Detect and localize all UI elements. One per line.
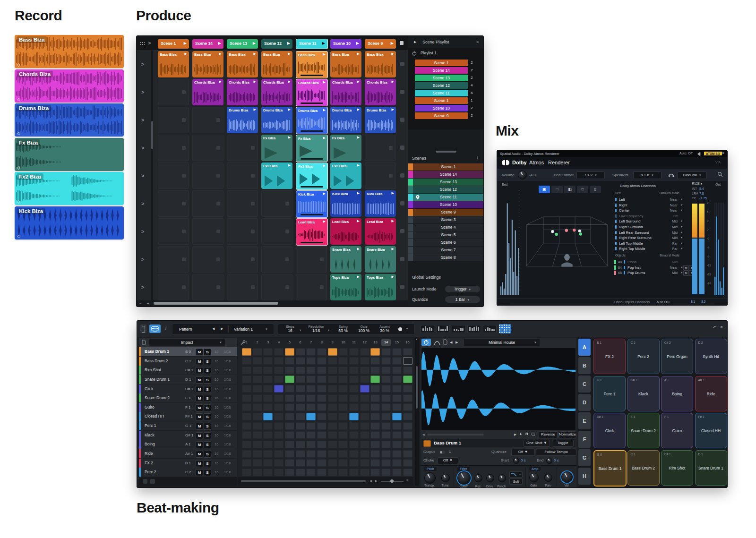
step-cell[interactable]	[349, 357, 359, 365]
scroll-right-icon[interactable]: ▶	[375, 479, 378, 482]
swing-param[interactable]: Swing63 %	[334, 325, 352, 333]
track-solo-button[interactable]: S	[204, 441, 211, 448]
empty-clip-slot[interactable]	[158, 246, 189, 273]
playlist-entry[interactable]: Scene 14	[415, 67, 468, 74]
empty-clip-slot[interactable]	[227, 162, 258, 189]
scene-list-item[interactable]: Scene 7	[408, 247, 484, 254]
close-icon[interactable]: ×	[722, 151, 724, 155]
step-cell[interactable]	[328, 459, 337, 467]
clip-tile[interactable]: Drums Biza▶	[261, 107, 292, 133]
track-solo-button[interactable]: S	[204, 432, 211, 439]
step-cell[interactable]	[263, 403, 273, 411]
step-cell[interactable]	[274, 376, 284, 383]
grid-menu-icon[interactable]: ≡	[406, 478, 409, 483]
sample-waveform-display[interactable]	[421, 348, 576, 430]
step-cell[interactable]	[296, 367, 305, 374]
step-cell[interactable]	[328, 385, 337, 393]
track-mute-button[interactable]: M	[196, 451, 203, 458]
step-cell[interactable]	[317, 413, 326, 420]
expand-icon[interactable]: ↗	[713, 325, 716, 329]
step-cell[interactable]	[263, 348, 273, 356]
step-cell[interactable]	[317, 357, 326, 365]
grid-hscrollbar[interactable]	[241, 480, 366, 482]
bed-channel-row[interactable]: Low FrequencyOff	[614, 213, 689, 219]
tune-knob[interactable]	[441, 474, 450, 482]
wave-scrollbar[interactable]	[427, 434, 484, 436]
scene-stop-button[interactable]	[400, 257, 404, 261]
clip-tile[interactable]: Lead Biza▶	[296, 218, 328, 246]
step-cell[interactable]	[296, 376, 305, 383]
step-cell[interactable]	[349, 441, 359, 448]
clip-tile[interactable]: Bass Biza▶	[330, 51, 361, 77]
step-cell[interactable]	[253, 394, 262, 402]
clip-tile[interactable]: Tops Biza▶	[365, 274, 396, 300]
step-cell[interactable]	[296, 403, 305, 411]
step-cell[interactable]	[253, 403, 262, 411]
scene-header-button[interactable]: Scene 13▶	[227, 39, 258, 49]
step-cell[interactable]	[381, 367, 391, 374]
step-cell[interactable]	[306, 459, 316, 467]
step-cell[interactable]	[381, 394, 391, 402]
mode-caret-icon[interactable]: ▼	[680, 203, 683, 208]
scene-list-item[interactable]: Scene 4	[408, 224, 484, 231]
bank-button-f[interactable]: F	[578, 431, 591, 448]
step-cell[interactable]	[338, 385, 348, 393]
pattern-preset-button[interactable]	[421, 325, 434, 333]
step-cell[interactable]	[274, 431, 284, 439]
row-launch-chevron[interactable]: >	[141, 201, 144, 206]
step-cell[interactable]	[392, 431, 402, 439]
step-cell[interactable]	[328, 403, 337, 411]
empty-clip-slot[interactable]	[192, 190, 223, 217]
step-cell[interactable]	[285, 459, 294, 467]
step-cell[interactable]	[242, 376, 251, 383]
step-cell[interactable]	[370, 348, 380, 356]
step-cell[interactable]	[274, 348, 284, 356]
bank-button-b[interactable]: B	[578, 357, 591, 374]
sample-quantize-select[interactable]: Off ▼	[511, 449, 535, 456]
bank-button-e[interactable]: E	[578, 412, 591, 429]
step-cell[interactable]	[403, 469, 412, 476]
step-cell[interactable]	[360, 403, 369, 411]
mode-caret-icon[interactable]: ▼	[680, 208, 683, 213]
empty-clip-slot[interactable]	[158, 162, 189, 189]
step-cell[interactable]	[317, 450, 326, 458]
empty-clip-slot[interactable]	[227, 135, 258, 161]
end-knob[interactable]	[546, 458, 552, 464]
step-cell[interactable]	[317, 459, 326, 467]
step-cell[interactable]	[296, 422, 305, 430]
info-icon[interactable]: i	[165, 326, 166, 331]
step-cell[interactable]	[253, 450, 262, 458]
drum-pad[interactable]: D 2Synth Hit	[695, 339, 727, 374]
bed-channel-row[interactable]: Left Rear SurroundMid▼	[614, 230, 689, 235]
playlist-entry[interactable]: Scene 11	[415, 90, 468, 96]
step-cell[interactable]	[360, 441, 369, 448]
track-row[interactable]: ClickD# 1MS161/16	[139, 384, 237, 394]
empty-clip-slot[interactable]	[261, 190, 292, 217]
step-cell[interactable]	[285, 450, 294, 458]
track-mute-button[interactable]: M	[196, 376, 203, 384]
clip-tile[interactable]: Fx Biza▶	[330, 135, 361, 161]
clip-tile[interactable]: Drums Biza▶	[296, 107, 328, 134]
step-cell[interactable]	[381, 385, 391, 393]
step-cell[interactable]	[338, 459, 348, 467]
step-grid-mode-button[interactable]	[499, 324, 511, 333]
track-row[interactable]: RideA# 1MS161/16	[139, 449, 237, 459]
playlist-play-icon[interactable]: ▶	[414, 40, 416, 44]
accent-dot-icon[interactable]	[398, 327, 402, 331]
output-value[interactable]: 1	[449, 450, 451, 454]
scene-list-item[interactable]: Scene 13	[408, 179, 484, 186]
soft-button[interactable]: Soft	[509, 478, 523, 485]
follow-tempo-button[interactable]: Follow Tempo	[536, 449, 576, 456]
left-channel-button[interactable]: L	[520, 432, 522, 436]
zoom-slider[interactable]	[381, 481, 404, 482]
step-cell[interactable]	[349, 469, 359, 476]
step-cell[interactable]	[306, 431, 316, 439]
row-launch-chevron[interactable]: >	[141, 256, 144, 262]
grid-vscrollbar[interactable]: ▲	[415, 338, 419, 486]
clip-tile[interactable]: Bass Biza▶	[227, 51, 258, 77]
step-cell[interactable]	[338, 348, 348, 356]
step-cell[interactable]	[381, 376, 391, 383]
bed-channel-row[interactable]: Right SurroundMid▼	[614, 224, 689, 230]
clip-tile[interactable]: Fx2 Biza▶	[261, 162, 292, 189]
step-cell[interactable]	[296, 459, 305, 467]
